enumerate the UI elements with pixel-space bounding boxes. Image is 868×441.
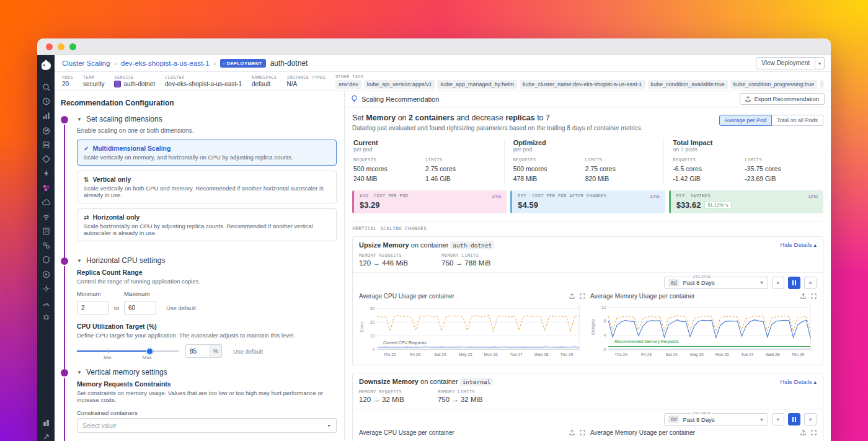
svg-text:12: 12 (601, 305, 606, 309)
memory-requests-change: 120 → 446 MiB (359, 259, 408, 267)
expand-icon[interactable] (580, 430, 585, 435)
constrained-containers-label: Constrained containers (77, 409, 337, 416)
cloud-icon[interactable] (41, 197, 51, 207)
svg-text:Cores: Cores (360, 321, 364, 332)
cpu-utilization-target-desc: Define CPU target for your application. … (77, 332, 337, 339)
pod-view-toggle: Average per Pod Total on all Pods (719, 115, 823, 126)
memory-requests-constraints-label: Memory Requests Constraints (77, 380, 337, 388)
memory-limits-change: 750 → 32 MiB (438, 396, 483, 403)
slider-handle[interactable] (146, 348, 153, 355)
svg-text:May 25: May 25 (459, 352, 472, 357)
chevron-down-icon[interactable]: ▼ (77, 258, 82, 264)
recommendation-configuration-panel: Recommendation Configuration ▼ Set scali… (55, 91, 344, 441)
history-icon[interactable] (41, 97, 51, 107)
toggle-average-per-pod[interactable]: Average per Pod (719, 115, 772, 126)
watchdog-icon[interactable] (41, 125, 51, 135)
pause-button[interactable] (788, 277, 800, 289)
serverless-icon[interactable] (41, 169, 51, 179)
meta-field-pods: PODS20 (62, 75, 73, 87)
memory-requests-constraints-desc: Set constraints on memory usage. Values … (77, 390, 337, 403)
pause-button[interactable] (788, 413, 800, 425)
chevron-down-icon[interactable]: ▼ (77, 117, 82, 122)
breadcrumb-cluster-link[interactable]: dev-eks-shopist-a-us-east-1 (121, 60, 210, 67)
timezone-label: UTC-04:00 (691, 275, 712, 278)
svg-text:Wed 28: Wed 28 (766, 352, 780, 356)
view-deployment-button[interactable]: View Deployment ▾ (756, 57, 825, 69)
chevron-down-icon[interactable]: ▾ (815, 58, 824, 69)
expand-icon[interactable] (811, 293, 817, 299)
cpu-target-input[interactable] (185, 344, 210, 358)
forward-button[interactable]: » (804, 277, 817, 289)
export-icon[interactable] (800, 293, 806, 299)
security-icon[interactable] (41, 255, 51, 265)
card-title: Downsize Memory on container internal (359, 378, 493, 385)
export-icon[interactable] (569, 430, 575, 435)
containers-icon[interactable] (41, 183, 51, 193)
tag-pill[interactable]: kube_condition_available:true (648, 80, 728, 89)
svg-text:Thu 29: Thu 29 (792, 352, 805, 356)
step-horizontal-cpu-settings: ▼ Horizontal CPU settings Replica Count … (61, 256, 337, 368)
svg-text:Wed 28: Wed 28 (534, 352, 549, 356)
option-vertical-only[interactable]: ⇅Vertical only Scale vertically on both … (77, 171, 337, 203)
minimize-window-button[interactable] (58, 43, 64, 50)
tag-pill[interactable]: kube_cluster_name:dev-eks-shopist-a-us-e… (520, 80, 645, 89)
forward-button[interactable]: » (804, 413, 817, 425)
constrained-containers-select[interactable]: Select value▼ (77, 418, 337, 433)
service-icon (114, 81, 121, 87)
infrastructure-icon[interactable] (41, 140, 51, 149)
ci-icon[interactable] (41, 313, 51, 323)
expand-icon[interactable] (580, 293, 585, 299)
export-recommendation-button[interactable]: Export Recommendation (740, 93, 825, 105)
est-cost-after-changes: EST. COST PER POD AFTER CHANGES1mo $4.59 (510, 190, 665, 213)
logs-icon[interactable] (41, 226, 51, 236)
toggle-total-all-pods[interactable]: Total on all Pods (772, 115, 823, 126)
cpu-target-slider[interactable]: Min Max (77, 345, 179, 357)
tag-pill[interactable]: kube_condition_progressing:true (730, 80, 818, 89)
time-range-picker[interactable]: UTC-04:00 8d Past 8 Days ▼ (664, 413, 768, 425)
tag-pill[interactable]: env:dev (335, 80, 361, 89)
minimum-replicas-input[interactable] (77, 301, 109, 314)
metrics-icon[interactable] (41, 111, 51, 121)
rewind-button[interactable]: « (772, 277, 784, 289)
hide-details-link[interactable]: Hide Details ▴ (780, 378, 817, 385)
downsize-memory-card: Downsize Memory on container internal Hi… (352, 373, 823, 441)
maximum-replicas-input[interactable] (124, 301, 156, 314)
tag-pill[interactable]: kube_deleted:false (820, 80, 823, 89)
export-icon[interactable] (800, 430, 806, 435)
chart-canvas[interactable]: 0102030CoresThu 22Fri 23Sat 24May 25Mon … (359, 301, 585, 358)
option-horizontal-only[interactable]: ⇄Horizontal only Scale horizontally on C… (77, 208, 337, 241)
time-range-picker[interactable]: UTC-04:00 8d Past 8 Days ▼ (664, 277, 768, 289)
zoom-window-button[interactable] (69, 43, 76, 50)
horizontal-arrows-icon: ⇄ (84, 214, 89, 221)
use-default-link[interactable]: Use default (166, 305, 196, 314)
settings-icon[interactable] (41, 283, 51, 293)
chart-canvas[interactable]: 04812GibibytesThu 22Fri 23Sat 24May 25Mo… (590, 301, 817, 358)
apm-icon[interactable] (41, 154, 51, 164)
tag-pill[interactable]: kube_api_version:apps/v1 (364, 80, 435, 89)
expand-icon[interactable] (811, 430, 817, 435)
integrations-icon[interactable] (41, 241, 51, 251)
option-multidimensional-scaling[interactable]: ✓Multidimensional Scaling Scale vertical… (77, 140, 337, 166)
usage-icon[interactable] (41, 298, 51, 308)
search-icon[interactable] (41, 82, 51, 92)
close-window-button[interactable] (46, 43, 53, 50)
synthetics-icon[interactable] (41, 269, 51, 279)
hide-details-link[interactable]: Hide Details ▴ (780, 241, 817, 248)
chart-canvas[interactable]: 0510CoresThu 22Fri 23Sat 24May 25Mon 26T… (359, 437, 585, 441)
rewind-button[interactable]: « (772, 413, 784, 425)
export-icon[interactable] (569, 293, 575, 299)
organization-icon[interactable] (41, 417, 51, 427)
replica-count-range-desc: Control the range of running application… (77, 278, 337, 285)
chevron-down-icon[interactable]: ▼ (77, 370, 82, 375)
svg-text:Current CPU Requests: Current CPU Requests (383, 341, 427, 345)
tag-pill[interactable]: kube_app_managed_by:helm (437, 80, 517, 89)
step-description: Enable scaling on one or both dimensions… (77, 127, 337, 134)
network-icon[interactable] (41, 212, 51, 221)
card-title: Upsize Memory on container auth-dotnet (359, 241, 494, 249)
collapse-icon[interactable] (41, 432, 51, 441)
chart-canvas[interactable]: 04812GibibytesThu 22Fri 23Sat 24May 25Mo… (590, 437, 817, 441)
memory-requests-change: 120 → 32 MiB (359, 396, 404, 403)
breadcrumb-cluster-scaling-link[interactable]: Cluster Scaling (62, 60, 110, 67)
svg-text:Fri 23: Fri 23 (641, 352, 652, 356)
use-default-link[interactable]: Use default (233, 348, 263, 355)
